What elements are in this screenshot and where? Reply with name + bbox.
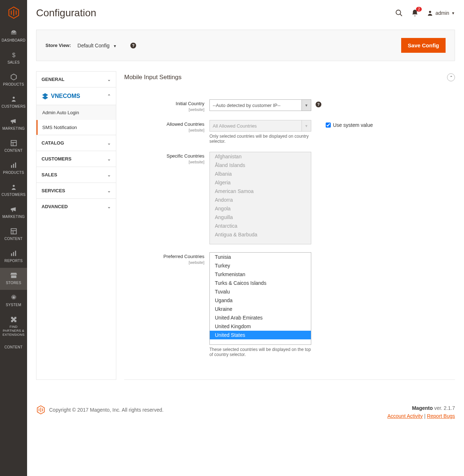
nav-reports[interactable]: REPORTS <box>0 246 27 268</box>
nav-marketing[interactable]: MARKETING <box>0 113 27 136</box>
specific-countries-label: Specific Countries <box>124 153 204 159</box>
list-item[interactable]: Uganda <box>210 296 311 305</box>
nav-system[interactable]: SYSTEM <box>0 290 27 312</box>
svg-rect-12 <box>11 253 12 256</box>
bell-icon[interactable]: 2 <box>411 9 419 17</box>
list-item: Åland Islands <box>210 161 311 170</box>
layout-icon <box>10 139 18 147</box>
nav-section-sales[interactable]: SALES⌄ <box>36 167 116 183</box>
allowed-countries-label: Allowed Countries <box>124 121 204 127</box>
svg-rect-5 <box>11 165 12 168</box>
save-config-button[interactable]: Save Config <box>401 38 446 53</box>
list-item[interactable]: Tuvalu <box>210 287 311 296</box>
nav-dashboard[interactable]: DASHBOARD <box>0 25 27 47</box>
config-nav: GENERAL⌄ VNECOMS ⌃ Admin Auto Login SMS … <box>36 71 116 380</box>
list-item: Albania <box>210 170 311 178</box>
chevron-up-icon: ⌃ <box>107 94 111 99</box>
chevron-down-icon: ⌄ <box>107 141 111 146</box>
list-item: Afghanistan <box>210 152 311 161</box>
separator <box>124 379 455 380</box>
nav-section-general[interactable]: GENERAL⌄ <box>36 72 116 87</box>
gear-icon <box>10 293 18 301</box>
list-item[interactable]: United Arab Emirates <box>210 313 311 322</box>
chevron-down-icon: ⌄ <box>107 188 111 193</box>
initial-country-select[interactable]: --Auto detected by customer IP-- ▼ <box>209 99 311 111</box>
help-icon[interactable]: ? <box>316 102 321 107</box>
nav-sub-admin-auto-login[interactable]: Admin Auto Login <box>36 105 116 120</box>
nav-section-vnecoms[interactable]: VNECOMS ⌃ Admin Auto Login SMS Notificat… <box>36 87 116 135</box>
gauge-icon <box>10 29 18 37</box>
nav-marketing-2[interactable]: MARKETING <box>0 202 27 224</box>
help-icon[interactable]: ? <box>130 43 136 48</box>
nav-section-catalog[interactable]: CATALOG⌄ <box>36 135 116 151</box>
specific-countries-multiselect: AfghanistanÅland IslandsAlbaniaAlgeriaAm… <box>209 152 311 244</box>
admin-user-menu[interactable]: admin ▼ <box>427 10 455 16</box>
caret-down-icon: ▼ <box>113 44 117 48</box>
store-icon <box>10 271 18 279</box>
use-system-value-checkbox[interactable]: Use system value <box>326 122 373 128</box>
list-item: Angola <box>210 204 311 213</box>
svg-rect-2 <box>11 141 16 146</box>
caret-down-icon: ▼ <box>302 100 311 111</box>
search-icon[interactable] <box>395 9 403 17</box>
nav-products-2[interactable]: PRODUCTS <box>0 158 27 180</box>
preferred-countries-label: Preferred Countries <box>124 254 204 259</box>
list-item[interactable]: Turkmenistan <box>210 270 311 279</box>
page-title: Configuration <box>36 7 96 19</box>
nav-content[interactable]: CONTENT <box>0 136 27 158</box>
nav-stores[interactable]: STORES <box>0 268 27 290</box>
account-activity-link[interactable]: Account Activity <box>387 413 423 419</box>
nav-customers[interactable]: CUSTOMERS <box>0 91 27 113</box>
preferred-countries-multiselect[interactable]: TunisiaTurkeyTurkmenistanTurks & Caicos … <box>209 252 311 345</box>
nav-sales[interactable]: $ SALES <box>0 47 27 69</box>
collapse-icon[interactable]: ⌃ <box>447 73 455 81</box>
megaphone-icon <box>10 117 18 125</box>
store-view-selector[interactable]: Default Config ▼ <box>78 43 117 48</box>
preferred-countries-hint: These selected countries will be display… <box>209 347 311 357</box>
svg-rect-7 <box>15 163 16 168</box>
footer: Copyright © 2017 Magento, Inc. All right… <box>36 398 455 433</box>
nav-sub-sms-notification[interactable]: SMS Notification <box>36 120 116 135</box>
svg-rect-14 <box>15 251 16 256</box>
nav-content-2[interactable]: CONTENT <box>0 224 27 246</box>
allowed-countries-hint: Only selected countries will be displaye… <box>209 134 311 144</box>
nav-section-customers[interactable]: CUSTOMERS⌄ <box>36 151 116 167</box>
magento-icon <box>36 405 45 415</box>
list-item[interactable]: United Kingdom <box>210 322 311 331</box>
nav-customers-2[interactable]: CUSTOMERS <box>0 180 27 202</box>
list-item[interactable]: Turks & Caicos Islands <box>210 279 311 287</box>
nav-products[interactable]: PRODUCTS <box>0 69 27 91</box>
layout-icon <box>10 227 18 235</box>
initial-country-label: Initial Country <box>124 101 204 106</box>
list-item[interactable]: United States <box>210 331 311 339</box>
magento-logo[interactable] <box>0 0 27 25</box>
list-item: Andorra <box>210 196 311 204</box>
nav-section-services[interactable]: SERVICES⌄ <box>36 183 116 199</box>
vnecoms-logo-icon <box>42 93 49 100</box>
chevron-down-icon: ⌄ <box>107 172 111 177</box>
list-item[interactable]: Ukraine <box>210 305 311 313</box>
chevron-down-icon: ⌄ <box>107 156 111 162</box>
nav-find-partners[interactable]: FIND PARTNERS & EXTENSIONS <box>0 312 27 342</box>
section-head[interactable]: Mobile Input Settings ⌃ <box>124 71 455 89</box>
svg-point-18 <box>429 11 431 13</box>
allowed-countries-select: All Allowed Countries ▼ <box>209 120 311 132</box>
list-item: Anguilla <box>210 213 311 222</box>
list-item: Algeria <box>210 178 311 187</box>
report-bugs-link[interactable]: Report Bugs <box>427 413 455 419</box>
svg-line-17 <box>400 14 402 16</box>
list-item[interactable]: Turkey <box>210 261 311 270</box>
svg-rect-13 <box>13 252 14 256</box>
section-title: Mobile Input Settings <box>124 74 182 81</box>
chevron-down-icon: ⌄ <box>107 77 111 82</box>
toolbar: Store View: Default Config ▼ ? Save Conf… <box>36 30 455 61</box>
list-item[interactable]: Tunisia <box>210 253 311 261</box>
admin-sidebar: DASHBOARD $ SALES PRODUCTS CUSTOMERS MAR… <box>0 0 27 476</box>
person-icon <box>10 183 18 191</box>
nav-content-3[interactable]: CONTENT <box>0 342 27 354</box>
svg-point-1 <box>13 97 15 99</box>
svg-point-8 <box>13 185 15 187</box>
caret-down-icon: ▼ <box>451 11 455 15</box>
chart-icon <box>10 249 18 257</box>
nav-section-advanced[interactable]: ADVANCED⌄ <box>36 199 116 214</box>
